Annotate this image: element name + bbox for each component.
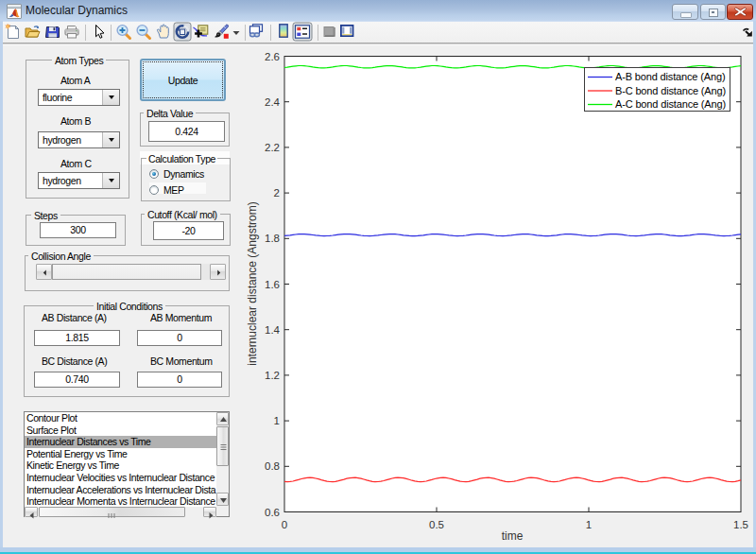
svg-text:1.2: 1.2 (265, 370, 280, 381)
svg-text:0.5: 0.5 (429, 519, 444, 530)
svg-text:1: 1 (586, 519, 592, 530)
svg-text:1.4: 1.4 (265, 324, 281, 336)
svg-text:internuclear distance (Angstro: internuclear distance (Angstrom) (246, 201, 259, 365)
svg-text:1.6: 1.6 (265, 279, 280, 290)
svg-text:2.4: 2.4 (265, 96, 281, 108)
svg-text:A-B bond distance (Ang): A-B bond distance (Ang) (615, 71, 725, 82)
svg-text:2: 2 (274, 187, 280, 199)
svg-text:1: 1 (274, 415, 280, 426)
svg-text:B-C bond distance (Ang): B-C bond distance (Ang) (615, 85, 726, 96)
svg-text:1.8: 1.8 (265, 233, 280, 244)
svg-text:2.2: 2.2 (265, 142, 280, 153)
svg-text:2.6: 2.6 (265, 51, 280, 62)
svg-text:1.5: 1.5 (733, 519, 748, 530)
svg-text:A-C bond distance (Ang): A-C bond distance (Ang) (615, 98, 726, 110)
svg-text:0.8: 0.8 (265, 460, 280, 472)
svg-text:0.6: 0.6 (265, 507, 280, 518)
svg-text:time: time (502, 529, 524, 543)
svg-text:0: 0 (282, 519, 287, 530)
